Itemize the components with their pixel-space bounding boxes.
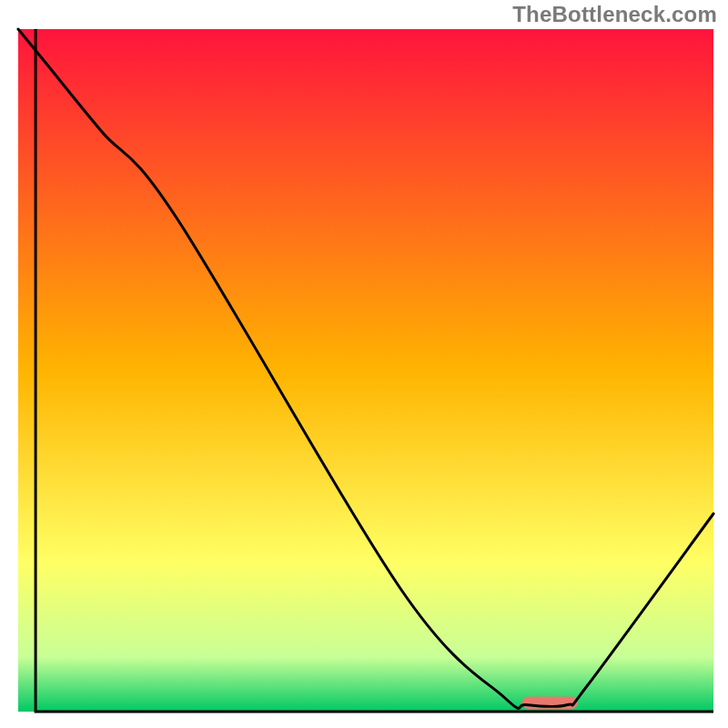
watermark-text: TheBottleneck.com bbox=[512, 2, 717, 27]
chart-container: TheBottleneck.com bbox=[0, 0, 728, 728]
bottleneck-chart bbox=[0, 0, 728, 728]
gradient-background bbox=[18, 29, 713, 712]
